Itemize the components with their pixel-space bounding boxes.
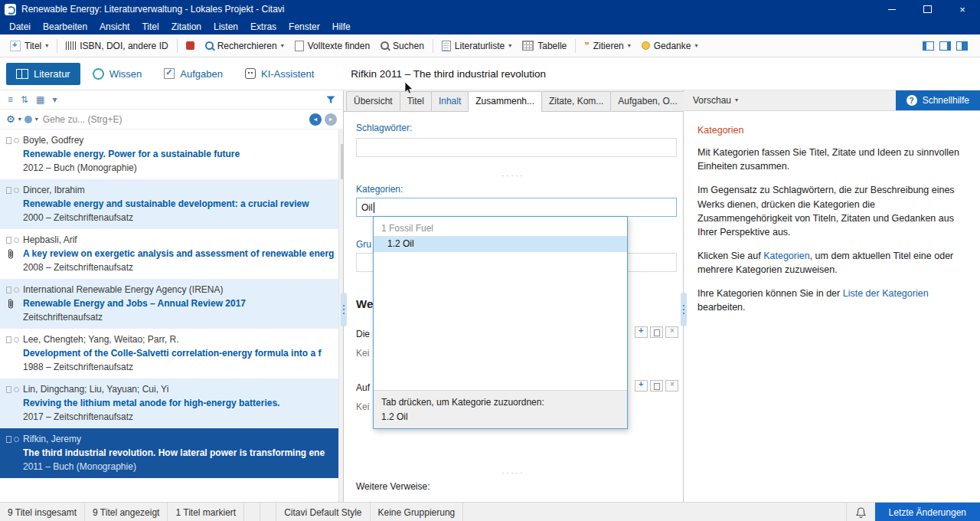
item-meta: 2008 – Zeitschriftenaufsatz xyxy=(23,262,334,273)
tab-uebersicht[interactable]: Übersicht xyxy=(346,91,400,111)
item-title[interactable]: Renewable energy. Power for a sustainabl… xyxy=(23,149,334,159)
reference-list-panel: ≡ ⇅ ▦ ▾ ⚙ ▾ ▾ ◄ ► Boyle, Godfrey Renewab… xyxy=(0,90,344,502)
list-item[interactable]: Hepbasli, Arif A key review on exergetic… xyxy=(0,229,338,279)
list-item[interactable]: Boyle, Godfrey Renewable energy. Power f… xyxy=(0,129,338,179)
reference-type-icons xyxy=(6,336,19,343)
scroll-down-button[interactable]: ▼ xyxy=(339,477,343,490)
kategorien-label: Kategorien: xyxy=(356,184,403,195)
view-options-icon[interactable]: ▾ xyxy=(52,95,57,104)
kategorien-field[interactable]: Oil xyxy=(356,198,677,217)
category-option-selected[interactable]: 1.2 Oil xyxy=(374,236,627,252)
schlagwoerter-field[interactable] xyxy=(356,138,677,157)
schnellhilfe-button[interactable]: ? Schnellhilfe xyxy=(896,90,980,110)
tab-titel[interactable]: Titel xyxy=(400,91,432,111)
volltexte-button[interactable]: Volltexte finden xyxy=(289,38,375,54)
item-title[interactable]: A key review on exergetic analysis and a… xyxy=(23,248,334,259)
tab-literatur[interactable]: Literatur xyxy=(6,63,80,85)
select-title-icon[interactable] xyxy=(650,326,663,338)
filter-button[interactable] xyxy=(326,96,335,104)
kategorien-link[interactable]: Kategorien xyxy=(763,251,809,261)
add-link-icon[interactable] xyxy=(635,380,648,392)
item-title[interactable]: Renewable Energy and Jobs – Annual Revie… xyxy=(23,298,334,309)
section-heading-fragment: We xyxy=(356,297,373,310)
select-title-icon[interactable] xyxy=(650,380,663,392)
add-link-icon[interactable] xyxy=(635,326,648,338)
list-item[interactable]: Lee, Chengteh; Yang, Weitao; Parr, R. De… xyxy=(0,329,338,378)
list-view-icon[interactable]: ≡ xyxy=(8,95,13,104)
tab-zusammenhang[interactable]: Zusammenh... xyxy=(468,91,542,112)
liste-der-kategorien-link[interactable]: Liste der Kategorien xyxy=(843,288,929,299)
literaturliste-button[interactable]: Literaturliste ▾ xyxy=(436,38,517,54)
tab-aufgaben-orte[interactable]: Aufgaben, O... xyxy=(610,91,684,111)
sort-icon[interactable]: ⇅ xyxy=(21,95,28,104)
remove-link-icon[interactable] xyxy=(665,326,678,338)
back-button[interactable]: ◄ xyxy=(309,113,322,126)
picker-button[interactable] xyxy=(181,39,200,52)
right-splitter-handle[interactable] xyxy=(681,293,687,326)
item-meta: 2011 – Buch (Monographie) xyxy=(23,461,334,472)
toolbar: Titel ▾ ISBN, DOI, andere ID Recherchier… xyxy=(0,34,980,57)
item-title[interactable]: Reviving the lithium metal anode for hig… xyxy=(23,398,334,408)
scroll-up-button[interactable]: ▲ xyxy=(339,129,343,142)
status-citation-style[interactable]: Citavi Default Style xyxy=(276,503,370,521)
recherchieren-button[interactable]: Recherchieren ▾ xyxy=(200,38,289,54)
menu-hilfe[interactable]: Hilfe xyxy=(326,18,357,34)
tab-ki-assistent[interactable]: KI-Assistent xyxy=(235,63,324,85)
remove-link-icon[interactable] xyxy=(665,380,678,392)
scroll-down-button-2[interactable]: ▼ xyxy=(339,490,343,502)
isbn-doi-button[interactable]: ISBN, DOI, andere ID xyxy=(60,38,173,54)
menu-bearbeiten[interactable]: Bearbeiten xyxy=(37,18,93,34)
vorschau-dropdown-icon[interactable]: ▾ xyxy=(735,97,738,103)
layout-right-pane-icon[interactable] xyxy=(939,41,951,51)
item-title[interactable]: Development of the Colle-Salvetti correl… xyxy=(23,348,334,359)
list-item[interactable]: International Renewable Energy Agency (I… xyxy=(0,279,338,329)
gear-icon[interactable]: ⚙ xyxy=(6,114,15,124)
layout-wide-pane-icon[interactable] xyxy=(956,41,968,51)
help-text: Ihre Kategorien können Sie in der xyxy=(697,288,843,299)
reference-type-icons xyxy=(6,287,19,293)
list-item-selected[interactable]: Rifkin, Jeremy The third industrial revo… xyxy=(0,428,338,478)
tab-wissen[interactable]: Wissen xyxy=(83,63,152,85)
tab-inhalt[interactable]: Inhalt xyxy=(431,91,469,111)
item-author: Dincer, Ibrahim xyxy=(23,185,334,195)
notifications-button[interactable] xyxy=(847,503,875,521)
vorschau-label[interactable]: Vorschau xyxy=(693,95,731,106)
letzte-aenderungen-button[interactable]: Letzte Änderungen xyxy=(875,503,980,521)
go-to-input[interactable] xyxy=(41,113,306,126)
menu-extras[interactable]: Extras xyxy=(244,18,283,34)
tab-aufgaben[interactable]: Aufgaben xyxy=(154,63,233,85)
book-icon xyxy=(16,69,28,79)
item-title[interactable]: The third industrial revolution. How lat… xyxy=(23,447,334,458)
menu-titel[interactable]: Titel xyxy=(136,18,165,34)
tab-zitate[interactable]: Zitate, Kom... xyxy=(541,91,611,111)
scope-dropdown-icon[interactable]: ▾ xyxy=(35,116,38,123)
scrollbar-thumb[interactable] xyxy=(341,144,343,179)
minimize-button[interactable] xyxy=(874,0,910,18)
reference-type-icons xyxy=(6,187,19,194)
zitieren-button[interactable]: ” Zitieren ▾ xyxy=(579,38,636,54)
tabelle-button[interactable]: Tabelle xyxy=(517,38,572,54)
menu-datei[interactable]: Datei xyxy=(3,18,37,34)
forward-button[interactable]: ► xyxy=(325,113,337,126)
search-scope-icon[interactable] xyxy=(24,116,32,123)
menu-listen[interactable]: Listen xyxy=(207,18,244,34)
gear-dropdown-icon[interactable]: ▾ xyxy=(18,116,21,123)
left-splitter-handle[interactable] xyxy=(341,293,347,326)
list-item[interactable]: Dincer, Ibrahim Renewable energy and sus… xyxy=(0,179,338,229)
help-text: bearbeiten. xyxy=(697,302,746,313)
dropdown-hint: Tab drücken, um Kategorie zuzuordnen: 1.… xyxy=(374,390,627,428)
gedanke-button[interactable]: Gedanke ▾ xyxy=(636,38,704,54)
suchen-button[interactable]: Suchen xyxy=(375,38,430,54)
add-title-button[interactable]: Titel ▾ xyxy=(5,38,54,54)
layout-left-pane-icon[interactable] xyxy=(923,41,934,51)
status-grouping[interactable]: Keine Gruppierung xyxy=(371,503,464,521)
menu-zitation[interactable]: Zitation xyxy=(165,18,207,34)
item-title[interactable]: Renewable energy and sustainable develop… xyxy=(23,198,334,209)
list-item[interactable]: Lin, Dingchang; Liu, Yayuan; Cui, Yi Rev… xyxy=(0,378,338,428)
close-button[interactable]: × xyxy=(945,0,980,18)
columns-icon[interactable]: ▦ xyxy=(36,95,44,104)
gruppen-label: Gru xyxy=(356,239,371,250)
menu-ansicht[interactable]: Ansicht xyxy=(93,18,136,34)
maximize-button[interactable] xyxy=(910,0,945,18)
menu-fenster[interactable]: Fenster xyxy=(283,18,326,34)
